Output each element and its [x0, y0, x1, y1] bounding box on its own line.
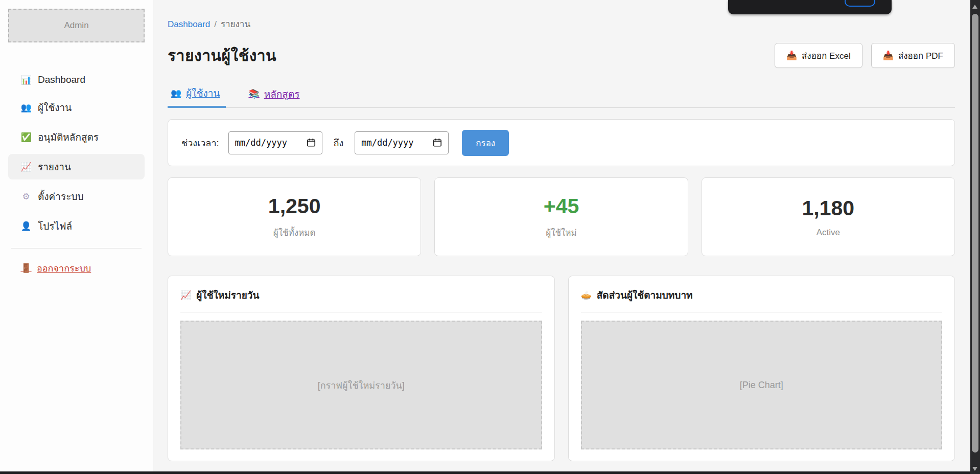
download-icon: 📥 — [883, 50, 894, 61]
download-icon: 📥 — [786, 50, 797, 61]
tab-courses[interactable]: 📚 หลักสูตร — [245, 83, 306, 107]
chart-title: สัดส่วนผู้ใช้ตามบทบาท — [597, 287, 693, 303]
door-icon: 🚪 — [20, 263, 32, 274]
export-pdf-button[interactable]: 📥 ส่งออก PDF — [871, 43, 955, 68]
stat-card-active-users: 1,180 Active — [702, 177, 955, 256]
charts-row: 📈 ผู้ใช้ใหม่รายวัน [กราฟผู้ใช้ใหม่รายวัน… — [168, 276, 955, 461]
stat-value: 1,250 — [268, 194, 321, 218]
bottom-dark-strip — [0, 471, 980, 474]
scroll-down-arrow-icon[interactable] — [972, 467, 977, 471]
pie-chart-placeholder: [Pie Chart] — [581, 321, 943, 449]
person-icon: 👤 — [20, 221, 32, 232]
breadcrumb-dashboard-link[interactable]: Dashboard — [168, 19, 210, 29]
scrollbar[interactable] — [970, 0, 980, 474]
bar-chart-icon: 📊 — [20, 75, 32, 85]
users-icon: 👥 — [20, 102, 32, 113]
banner-button-outline — [845, 0, 875, 7]
date-to-input[interactable]: mm/dd/yyyy — [355, 131, 449, 154]
stat-label: ผู้ใช้ใหม่ — [546, 225, 577, 239]
chart-up-icon: 📈 — [180, 290, 191, 301]
sidebar-item-reports[interactable]: 📈 รายงาน — [8, 154, 145, 179]
date-from-input[interactable]: mm/dd/yyyy — [228, 131, 322, 154]
tab-users-label: ผู้ใช้งาน — [186, 85, 220, 101]
breadcrumb: Dashboard/รายงาน — [168, 17, 955, 31]
users-icon: 👥 — [171, 88, 181, 99]
main-content: Dashboard/รายงาน รายงานผู้ใช้งาน 📥 ส่งออ… — [153, 0, 970, 474]
sidebar-item-label: โปรไฟล์ — [38, 218, 72, 234]
placeholder-text: [กราฟผู้ใช้ใหม่รายวัน] — [318, 378, 405, 393]
chart-divider — [581, 312, 943, 312]
sidebar-item-label: ผู้ใช้งาน — [38, 100, 72, 115]
automation-banner — [728, 0, 892, 14]
sidebar: Admin 📊 Dashboard 👥 ผู้ใช้งาน ✅ อนุมัติห… — [0, 0, 153, 474]
filter-button[interactable]: กรอง — [462, 130, 509, 156]
books-icon: 📚 — [248, 88, 259, 99]
tab-bar: 👥 ผู้ใช้งาน 📚 หลักสูตร — [168, 83, 955, 108]
export-buttons: 📥 ส่งออก Excel 📥 ส่งออก PDF — [775, 43, 955, 68]
sidebar-item-label: Dashboard — [38, 74, 85, 85]
breadcrumb-current: รายงาน — [221, 19, 250, 29]
logout-link[interactable]: 🚪 ออกจากระบบ — [8, 261, 145, 276]
sidebar-item-label: ตั้งค่าระบบ — [38, 189, 84, 204]
chart-up-icon: 📈 — [20, 162, 32, 172]
sidebar-nav: 📊 Dashboard 👥 ผู้ใช้งาน ✅ อนุมัติหลักสูต… — [8, 69, 145, 239]
brand-label: Admin — [64, 20, 88, 31]
export-excel-button[interactable]: 📥 ส่งออก Excel — [775, 43, 862, 68]
chart-title-row: 📈 ผู้ใช้ใหม่รายวัน — [180, 287, 542, 303]
scroll-up-arrow-icon[interactable] — [972, 5, 977, 9]
export-pdf-label: ส่งออก PDF — [898, 49, 943, 62]
stat-value: 1,180 — [802, 196, 855, 220]
sidebar-item-settings[interactable]: ⚙ ตั้งค่าระบบ — [8, 184, 145, 209]
stats-row: 1,250 ผู้ใช้ทั้งหมด +45 ผู้ใช้ใหม่ 1,180… — [168, 177, 955, 256]
stat-value: +45 — [544, 194, 579, 218]
to-label: ถึง — [334, 136, 344, 150]
line-chart-placeholder: [กราฟผู้ใช้ใหม่รายวัน] — [180, 321, 542, 449]
gear-icon: ⚙ — [20, 191, 32, 202]
date-to-value: mm/dd/yyyy — [361, 138, 413, 148]
sidebar-item-profile[interactable]: 👤 โปรไฟล์ — [8, 213, 145, 239]
scrollbar-thumb[interactable] — [972, 14, 978, 453]
sidebar-item-label: อนุมัติหลักสูตร — [38, 129, 99, 145]
date-from-value: mm/dd/yyyy — [235, 138, 287, 148]
sidebar-item-label: รายงาน — [38, 159, 71, 174]
chart-title: ผู้ใช้ใหม่รายวัน — [196, 287, 259, 303]
export-excel-label: ส่งออก Excel — [802, 49, 851, 62]
calendar-icon[interactable] — [307, 138, 316, 147]
breadcrumb-separator: / — [214, 19, 217, 29]
check-icon: ✅ — [20, 132, 32, 143]
admin-logo-placeholder: Admin — [8, 9, 145, 42]
calendar-icon[interactable] — [433, 138, 442, 147]
pie-icon: 🥧 — [581, 290, 592, 301]
tab-users[interactable]: 👥 ผู้ใช้งาน — [168, 83, 226, 108]
sidebar-item-dashboard[interactable]: 📊 Dashboard — [8, 69, 145, 91]
sidebar-item-course-approval[interactable]: ✅ อนุมัติหลักสูตร — [8, 124, 145, 150]
chart-divider — [180, 312, 542, 312]
stat-label: Active — [816, 228, 840, 238]
tab-courses-label: หลักสูตร — [264, 86, 300, 102]
page-title: รายงานผู้ใช้งาน — [168, 43, 276, 67]
title-row: รายงานผู้ใช้งาน 📥 ส่งออก Excel 📥 ส่งออก … — [168, 43, 955, 68]
user-roles-chart-card: 🥧 สัดส่วนผู้ใช้ตามบทบาท [Pie Chart] — [568, 276, 955, 461]
chart-title-row: 🥧 สัดส่วนผู้ใช้ตามบทบาท — [581, 287, 943, 303]
stat-card-total-users: 1,250 ผู้ใช้ทั้งหมด — [168, 177, 421, 256]
logout-label: ออกจากระบบ — [37, 261, 91, 276]
stat-card-new-users: +45 ผู้ใช้ใหม่ — [434, 177, 688, 256]
sidebar-item-users[interactable]: 👥 ผู้ใช้งาน — [8, 95, 145, 120]
daily-new-users-chart-card: 📈 ผู้ใช้ใหม่รายวัน [กราฟผู้ใช้ใหม่รายวัน… — [168, 276, 555, 461]
date-range-label: ช่วงเวลา: — [181, 136, 219, 150]
stat-label: ผู้ใช้ทั้งหมด — [273, 225, 316, 239]
sidebar-divider — [11, 248, 142, 249]
app-window: Admin 📊 Dashboard 👥 ผู้ใช้งาน ✅ อนุมัติห… — [0, 0, 970, 474]
date-filter-card: ช่วงเวลา: mm/dd/yyyy ถึง mm/dd/yyyy กรอง — [168, 119, 955, 166]
placeholder-text: [Pie Chart] — [740, 380, 783, 391]
